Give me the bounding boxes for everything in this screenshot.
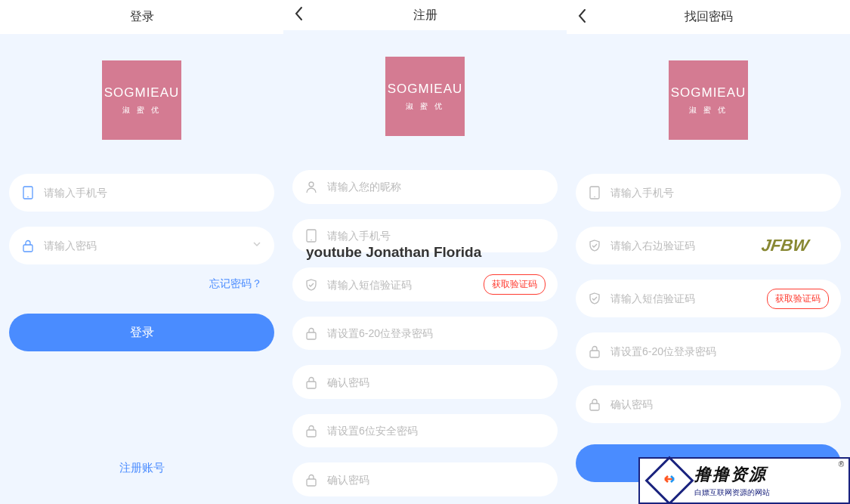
lock-icon <box>304 376 318 389</box>
recover-sms-input[interactable] <box>610 292 761 305</box>
lock-icon <box>304 424 318 438</box>
register-sms-input[interactable] <box>327 279 478 291</box>
chevron-down-icon[interactable] <box>252 239 262 252</box>
forgot-password-link[interactable]: 忘记密码？ <box>209 277 262 289</box>
register-pwd2-field[interactable] <box>292 365 558 399</box>
logo-sub: 淑 蜜 优 <box>406 101 444 112</box>
phone-icon <box>21 186 35 199</box>
register-pwd2-input[interactable] <box>327 376 546 388</box>
brand-logo: SOGMIEAU 淑 蜜 优 <box>385 57 465 136</box>
get-sms-button[interactable]: 获取验证码 <box>767 289 829 309</box>
back-button[interactable] <box>577 8 588 26</box>
login-phone-field[interactable] <box>9 174 274 212</box>
registered-mark: ® <box>839 460 844 468</box>
brand-logo: SOGMIEAU 淑 蜜 优 <box>669 60 748 140</box>
shield-icon <box>588 239 601 252</box>
lock-icon <box>304 326 318 340</box>
shield-icon <box>588 292 601 305</box>
shield-icon <box>304 278 318 292</box>
brand-logo: SOGMIEAU 淑 蜜 优 <box>102 60 181 140</box>
login-password-field[interactable] <box>9 227 274 264</box>
lock-icon <box>588 397 601 411</box>
login-title: 登录 <box>130 9 154 25</box>
captcha-input[interactable] <box>610 240 751 252</box>
safe-pwd-field[interactable] <box>292 414 558 448</box>
nickname-input[interactable] <box>327 181 546 193</box>
recover-header: 找回密码 <box>567 0 850 34</box>
lock-icon <box>304 473 318 487</box>
resource-stamp: 撸撸资源 白嫖互联网资源的网站 ® <box>638 457 850 504</box>
logo-sub: 淑 蜜 优 <box>122 105 161 116</box>
register-pwd-field[interactable] <box>292 317 558 351</box>
user-icon <box>304 180 318 193</box>
safe-pwd2-field[interactable] <box>292 462 558 496</box>
register-pwd-input[interactable] <box>327 327 546 339</box>
recover-phone-field[interactable] <box>576 174 841 212</box>
back-button[interactable] <box>294 6 304 24</box>
register-panel: 注册 SOGMIEAU 淑 蜜 优 获取验证码 <box>283 0 567 504</box>
login-password-input[interactable] <box>44 240 246 252</box>
recover-phone-input[interactable] <box>610 187 829 199</box>
login-panel: 登录 SOGMIEAU 淑 蜜 优 忘记密码？ 登录 注册账号 <box>0 0 283 504</box>
captcha-field[interactable]: JFBW <box>576 227 841 264</box>
login-phone-input[interactable] <box>44 187 262 199</box>
get-sms-button[interactable]: 获取验证码 <box>484 274 546 295</box>
captcha-image[interactable]: JFBW <box>757 232 829 259</box>
logo-main: SOGMIEAU <box>388 82 463 97</box>
svg-text:JFBW: JFBW <box>760 236 811 255</box>
phone-icon <box>588 186 601 199</box>
logo-main: SOGMIEAU <box>671 85 746 100</box>
login-button[interactable]: 登录 <box>9 314 274 351</box>
recover-pwd-input[interactable] <box>610 345 829 357</box>
register-title: 注册 <box>413 8 437 23</box>
login-header: 登录 <box>0 0 283 34</box>
logo-main: SOGMIEAU <box>104 85 180 100</box>
stamp-main: 撸撸资源 <box>694 463 844 486</box>
stamp-logo-icon <box>644 456 694 504</box>
recover-pwd2-input[interactable] <box>610 398 829 410</box>
recover-panel: 找回密码 SOGMIEAU 淑 蜜 优 JFBW 获取验证码 <box>567 0 850 504</box>
register-phone-field[interactable] <box>292 219 558 253</box>
register-phone-input[interactable] <box>327 230 546 242</box>
register-link[interactable]: 注册账号 <box>119 461 165 474</box>
safe-pwd2-input[interactable] <box>327 474 546 486</box>
logo-wrap: SOGMIEAU 淑 蜜 优 <box>0 60 283 140</box>
forgot-wrap: 忘记密码？ <box>0 272 283 291</box>
register-header: 注册 <box>283 0 567 30</box>
recover-title: 找回密码 <box>685 9 733 25</box>
stamp-sub: 白嫖互联网资源的网站 <box>694 487 844 498</box>
login-button-label: 登录 <box>130 325 154 341</box>
stamp-text: 撸撸资源 白嫖互联网资源的网站 <box>694 463 844 498</box>
safe-pwd-input[interactable] <box>327 425 546 437</box>
recover-pwd2-field[interactable] <box>576 385 841 423</box>
lock-icon <box>21 239 35 252</box>
nickname-field[interactable] <box>292 170 558 204</box>
lock-icon <box>588 345 601 358</box>
logo-wrap: SOGMIEAU 淑 蜜 优 <box>283 57 567 136</box>
register-link-wrap: 注册账号 <box>0 461 283 475</box>
register-sms-field[interactable]: 获取验证码 <box>292 267 558 301</box>
logo-wrap: SOGMIEAU 淑 蜜 优 <box>567 60 850 140</box>
logo-sub: 淑 蜜 优 <box>689 105 728 116</box>
recover-pwd-field[interactable] <box>576 332 841 370</box>
recover-sms-field[interactable]: 获取验证码 <box>576 280 841 317</box>
phone-icon <box>304 229 318 243</box>
